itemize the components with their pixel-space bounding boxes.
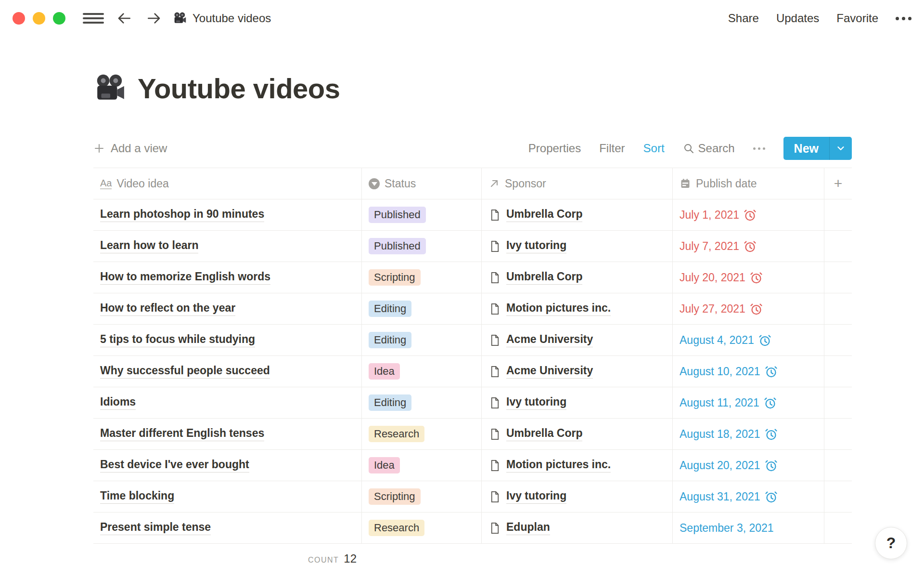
video-idea-cell[interactable]: Learn how to learn xyxy=(93,231,361,262)
sponsor-cell[interactable]: Acme University xyxy=(481,325,672,355)
new-record-button: New xyxy=(783,137,852,160)
breadcrumb-title: Youtube videos xyxy=(192,12,271,25)
status-cell[interactable]: Idea xyxy=(361,356,481,387)
forward-arrow-icon[interactable] xyxy=(145,10,162,26)
alarm-clock-icon xyxy=(744,209,757,222)
column-header-publish-date[interactable]: Publish date xyxy=(672,168,824,199)
window-titlebar: Youtube videos Share Updates Favorite xyxy=(0,0,924,37)
video-idea-cell[interactable]: Idioms xyxy=(93,387,361,418)
video-idea-title: Time blocking xyxy=(100,489,174,504)
sponsor-cell[interactable]: Ivy tutoring xyxy=(481,481,672,512)
publish-date-cell[interactable]: September 3, 2021 xyxy=(672,512,824,543)
sponsor-cell[interactable]: Acme University xyxy=(481,356,672,387)
page-icon xyxy=(488,522,501,535)
help-button[interactable]: ? xyxy=(875,527,907,559)
close-window-button[interactable] xyxy=(13,12,25,25)
sort-button[interactable]: Sort xyxy=(643,142,665,155)
zoom-window-button[interactable] xyxy=(53,12,65,25)
more-icon[interactable] xyxy=(896,17,911,20)
video-idea-title: 5 tips to focus while studying xyxy=(100,333,255,347)
sponsor-link: Acme University xyxy=(506,364,593,379)
video-idea-cell[interactable]: Present simple tense xyxy=(93,512,361,543)
column-header-video-idea[interactable]: Aa Video idea xyxy=(93,168,361,199)
status-cell[interactable]: Published xyxy=(361,199,481,230)
status-cell[interactable]: Editing xyxy=(361,325,481,355)
properties-button[interactable]: Properties xyxy=(528,142,581,155)
add-view-button[interactable]: Add a view xyxy=(93,142,167,155)
status-cell[interactable]: Editing xyxy=(361,293,481,324)
sponsor-cell[interactable]: Motion pictures inc. xyxy=(481,450,672,481)
row-extra-cell xyxy=(824,325,852,355)
filter-button[interactable]: Filter xyxy=(599,142,625,155)
page-title[interactable]: Youtube videos xyxy=(138,72,340,105)
view-more-icon[interactable] xyxy=(753,147,765,150)
new-dropdown-button[interactable] xyxy=(829,137,852,160)
sponsor-cell[interactable]: Ivy tutoring xyxy=(481,231,672,262)
column-header-status[interactable]: Status xyxy=(361,168,481,199)
publish-date-cell[interactable]: August 10, 2021 xyxy=(672,356,824,387)
minimize-window-button[interactable] xyxy=(33,12,45,25)
text-property-icon: Aa xyxy=(100,178,112,189)
publish-date-cell[interactable]: July 27, 2021 xyxy=(672,293,824,324)
sponsor-cell[interactable]: Eduplan xyxy=(481,512,672,543)
publish-date-cell[interactable]: July 1, 2021 xyxy=(672,199,824,230)
table-row: Time blocking Scripting Ivy tutoring Aug… xyxy=(93,481,852,512)
chevron-down-icon xyxy=(835,143,846,154)
sponsor-cell[interactable]: Umbrella Corp xyxy=(481,262,672,293)
page-icon-movie-camera[interactable] xyxy=(94,73,126,105)
row-extra-cell xyxy=(824,387,852,418)
page-icon xyxy=(488,428,501,441)
publish-date-cell[interactable]: August 4, 2021 xyxy=(672,325,824,355)
status-cell[interactable]: Research xyxy=(361,512,481,543)
video-idea-cell[interactable]: Best device I've ever bought xyxy=(93,450,361,481)
video-idea-cell[interactable]: How to memorize English words xyxy=(93,262,361,293)
favorite-button[interactable]: Favorite xyxy=(836,12,878,25)
publish-date-cell[interactable]: August 11, 2021 xyxy=(672,387,824,418)
count-value: 12 xyxy=(344,552,357,565)
sponsor-cell[interactable]: Motion pictures inc. xyxy=(481,293,672,324)
status-cell[interactable]: Research xyxy=(361,419,481,449)
publish-date-cell[interactable]: August 20, 2021 xyxy=(672,450,824,481)
publish-date-cell[interactable]: August 31, 2021 xyxy=(672,481,824,512)
search-button[interactable]: Search xyxy=(683,142,735,155)
sponsor-cell[interactable]: Umbrella Corp xyxy=(481,199,672,230)
status-cell[interactable]: Published xyxy=(361,231,481,262)
sponsor-cell[interactable]: Ivy tutoring xyxy=(481,387,672,418)
back-arrow-icon[interactable] xyxy=(116,10,133,26)
video-idea-cell[interactable]: Learn photoshop in 90 minutes xyxy=(93,199,361,230)
column-header-sponsor[interactable]: Sponsor xyxy=(481,168,672,199)
video-idea-cell[interactable]: How to reflect on the year xyxy=(93,293,361,324)
status-cell[interactable]: Idea xyxy=(361,450,481,481)
sidebar-menu-icon[interactable] xyxy=(83,12,104,25)
publish-date-cell[interactable]: July 7, 2021 xyxy=(672,231,824,262)
page-icon xyxy=(488,240,501,253)
alarm-clock-icon xyxy=(744,240,757,253)
add-column-button[interactable]: + xyxy=(824,168,852,199)
status-cell[interactable]: Scripting xyxy=(361,481,481,512)
plus-icon xyxy=(93,143,105,154)
sponsor-cell[interactable]: Umbrella Corp xyxy=(481,419,672,449)
breadcrumb[interactable]: Youtube videos xyxy=(173,12,271,25)
video-idea-title: Idioms xyxy=(100,395,136,410)
row-extra-cell xyxy=(824,262,852,293)
table-row: How to memorize English words Scripting … xyxy=(93,262,852,293)
video-idea-cell[interactable]: Master different English tenses xyxy=(93,419,361,449)
video-idea-cell[interactable]: Why successful people succeed xyxy=(93,356,361,387)
video-idea-cell[interactable]: 5 tips to focus while studying xyxy=(93,325,361,355)
publish-date-cell[interactable]: July 20, 2021 xyxy=(672,262,824,293)
video-idea-title: Master different English tenses xyxy=(100,427,264,441)
status-badge: Published xyxy=(369,207,426,223)
video-idea-title: How to reflect on the year xyxy=(100,302,235,316)
help-icon: ? xyxy=(886,534,896,552)
video-idea-cell[interactable]: Time blocking xyxy=(93,481,361,512)
share-button[interactable]: Share xyxy=(728,12,759,25)
alarm-clock-icon xyxy=(758,334,771,347)
publish-date-cell[interactable]: August 18, 2021 xyxy=(672,419,824,449)
count-calculation[interactable]: COUNT 12 xyxy=(93,552,361,565)
status-cell[interactable]: Scripting xyxy=(361,262,481,293)
publish-date-value: August 31, 2021 xyxy=(680,490,760,503)
status-cell[interactable]: Editing xyxy=(361,387,481,418)
status-badge: Idea xyxy=(369,363,400,380)
updates-button[interactable]: Updates xyxy=(776,12,819,25)
new-button-label[interactable]: New xyxy=(783,137,829,160)
